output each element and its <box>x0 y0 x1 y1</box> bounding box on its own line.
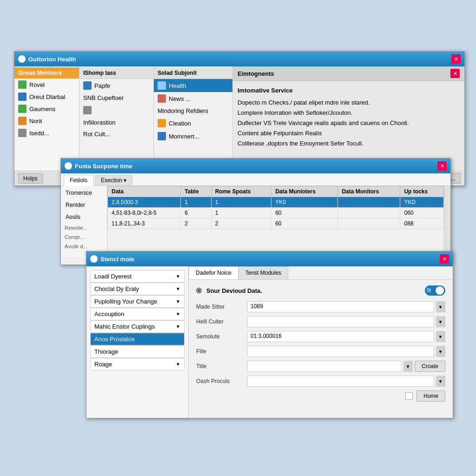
nav-rewotie[interactable]: Rewotie... <box>61 223 107 232</box>
mid-item-infii[interactable]: Infiilorastion <box>79 117 153 128</box>
dropdown-arrow-icon: ▼ <box>176 286 180 291</box>
form-left-item[interactable]: Puplolling Your Change▼ <box>90 295 185 308</box>
form-content: Loadl Dyerest▼Choclal Dy Eraly▼Puplollin… <box>86 266 453 418</box>
info-panel-content: Imtomative Service Dopecto m Checks./ pa… <box>233 81 464 154</box>
right-item-health[interactable]: Health <box>154 79 232 92</box>
select-arrow-icon[interactable]: ▼ <box>436 346 445 357</box>
form-close-button[interactable]: ✕ <box>440 254 449 264</box>
info-panel-title: Eimtognents <box>238 70 274 77</box>
main-table: Data Table Rome Spoats Data Munioters Da… <box>107 186 444 229</box>
form-left-item[interactable]: Loadl Dyerest▼ <box>90 270 185 283</box>
table-title-bar: Fusta Sucpone time ✕ <box>61 159 450 173</box>
form-left-item[interactable]: Roage▼ <box>90 358 185 370</box>
form-select[interactable] <box>247 361 402 372</box>
mid-label: Infiilorastion <box>83 119 115 126</box>
table-container: Tromersce Renider Aosils Rewotie... Comp… <box>61 186 450 258</box>
form-select[interactable] <box>247 376 434 387</box>
health-icon <box>158 81 166 90</box>
empty-icon <box>83 106 92 114</box>
form-select[interactable]: 1089 <box>247 301 434 312</box>
form-section-header: Snur Devioud Data. 0t <box>196 285 445 296</box>
right-item-news[interactable]: News ... <box>154 92 232 105</box>
tab-fetiiols[interactable]: Fetiiols <box>64 175 93 186</box>
tab-esection[interactable]: Esection ▾ <box>95 175 132 185</box>
dropdown-arrow-icon: ▼ <box>176 362 180 367</box>
col-uptocks: Up tocks <box>400 186 444 197</box>
sidebar-item-norit[interactable]: Norit <box>14 115 79 127</box>
sidebar-item-isedd[interactable]: Isedd... <box>14 127 79 139</box>
mid-item-papfe[interactable]: Papfe <box>79 79 153 92</box>
table-row[interactable]: 11,8-21,.34-32260088 <box>108 218 444 229</box>
form-field-row: Title▼Croate <box>196 361 445 372</box>
dropdown-arrow-icon: ▼ <box>176 274 180 279</box>
toggle-switch[interactable]: 0t <box>425 285 445 296</box>
right-item-mommert[interactable]: Mommert... <box>154 130 232 143</box>
mid-label: Rot Cult... <box>83 131 110 138</box>
mid-item-snb[interactable]: SNB Cupeftoer <box>79 92 153 104</box>
home-button[interactable]: Home <box>416 390 445 402</box>
form-left-item[interactable]: Mahic Enstor Cuplings▼ <box>90 320 185 333</box>
form-field-label: Helll Culter <box>196 318 247 325</box>
select-arrow-icon[interactable]: ▼ <box>436 301 445 312</box>
info-line-3: Duflecter VS Trele Vavicage realis apads… <box>238 118 460 128</box>
form-right: Dadefor Noice Tenst Modules Snur Devioud… <box>189 266 453 418</box>
select-arrow-icon[interactable]: ▼ <box>403 361 413 372</box>
papfe-icon <box>83 81 92 90</box>
form-left-nav: Loadl Dyerest▼Choclal Dy Eraly▼Puplollin… <box>86 266 189 418</box>
help-button[interactable]: Holps <box>18 173 43 184</box>
nav-tromersce[interactable]: Tromersce <box>61 187 107 199</box>
right-item-mindoring[interactable]: Mindoring Refdiers <box>154 105 232 117</box>
nav-renider[interactable]: Renider <box>61 199 107 211</box>
select-arrow-icon[interactable]: ▼ <box>436 316 445 327</box>
mid-item-empty[interactable] <box>79 104 153 117</box>
form-field-label: Made Sitter <box>196 304 247 310</box>
table-close-button[interactable]: ✕ <box>437 161 447 171</box>
sidebar-item-oreut[interactable]: Oreut Dlarbal <box>14 91 79 103</box>
select-arrow-icon[interactable]: ▼ <box>436 376 445 387</box>
sidebar-item-rovel[interactable]: Rovel <box>14 79 79 91</box>
dropdown-arrow-icon: ▼ <box>176 324 180 329</box>
right-header: Solad Subjonit <box>154 67 232 79</box>
form-left-item[interactable]: Accouption▼ <box>90 308 185 320</box>
right-label: Health <box>169 82 186 89</box>
info-panel-close[interactable]: ✕ <box>450 69 460 78</box>
table-row[interactable]: 4,51-83-8,0r-2,8-56160060 <box>108 208 444 218</box>
form-select[interactable]: 01:3,000016 <box>247 331 434 342</box>
dropdown-arrow-icon: ▼ <box>176 311 180 317</box>
form-select[interactable] <box>247 316 434 327</box>
main-close-button[interactable]: ✕ <box>451 54 461 64</box>
form-field-label: Oash Proculs <box>196 378 247 384</box>
table-row[interactable]: 2,8,5000.311YK0YKD <box>108 197 444 208</box>
data-table: Data Table Rome Spoats Data Munioters Da… <box>107 186 444 258</box>
select-arrow-icon[interactable]: ▼ <box>436 331 445 342</box>
form-tab-dadefor[interactable]: Dadefor Noice <box>189 266 238 279</box>
table-scrollbar[interactable] <box>444 186 450 258</box>
form-field-row: Helll Culter▼ <box>196 316 445 327</box>
col-rome: Rome Spoats <box>211 186 271 197</box>
nav-aosils[interactable]: Aosils <box>61 211 107 223</box>
sidebar-label: Norit <box>29 118 42 125</box>
main-window-title: Guttorion Health <box>28 56 76 63</box>
form-checkbox[interactable] <box>405 392 413 400</box>
form-left-item[interactable]: Choclal Dy Eraly▼ <box>90 283 185 295</box>
nav-compr[interactable]: Compr... <box>61 232 107 242</box>
nav-avcdir[interactable]: Avcdir d... <box>61 242 107 251</box>
info-service-title: Imtomative Service <box>238 86 460 96</box>
cleation-icon <box>158 119 166 127</box>
radio-button[interactable] <box>196 288 202 293</box>
form-left-item[interactable]: Anox Prosialce <box>90 333 185 345</box>
mommert-icon <box>158 132 166 140</box>
mid-item-rot[interactable]: Rot Cult... <box>79 128 153 140</box>
create-button[interactable]: Croate <box>415 361 445 372</box>
form-window-title: Stencl mole <box>100 256 134 263</box>
form-left-item[interactable]: Thiorage <box>90 345 185 358</box>
sidebar-item-gaumens[interactable]: Gaumens <box>14 103 79 115</box>
form-field-label: Title <box>196 363 247 370</box>
table-window-title: Fusta Sucpone time <box>75 163 132 170</box>
form-field-row: Fille▼ <box>196 346 445 357</box>
right-item-cleation[interactable]: Cleation <box>154 117 232 130</box>
table-left-nav: Tromersce Renider Aosils Rewotie... Comp… <box>61 186 107 258</box>
col-datamun: Data Munioters <box>271 186 338 197</box>
form-tab-tenst[interactable]: Tenst Modules <box>238 266 288 279</box>
form-select[interactable] <box>247 346 434 357</box>
